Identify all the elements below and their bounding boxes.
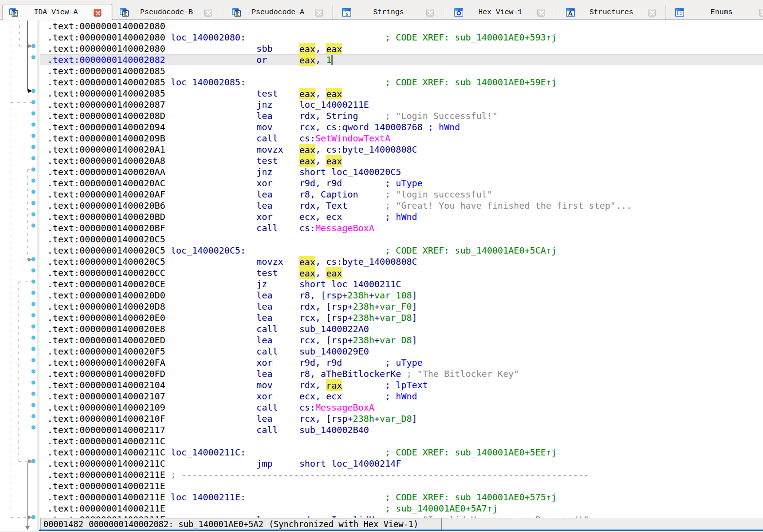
instruction-dot [31,347,35,351]
disassembly-line[interactable]: .text:00000001400020B6 lea rdx, Text ; "… [40,200,763,211]
flow-arrow-jump [19,282,34,461]
tab-close-button[interactable] [537,9,545,17]
instruction-dot [31,44,35,48]
disassembly-line[interactable]: .text:0000000140002080 [40,20,763,32]
disassembly-listing[interactable]: .text:0000000140002080.text:000000014000… [40,20,763,525]
disassembly-line[interactable]: .text:000000014000211C jmp short loc_140… [40,458,763,469]
disassembly-line[interactable]: .text:0000000140002107 xor ecx, ecx ; hW… [40,391,763,402]
disassembly-line[interactable]: .text:00000001400020CE jz short loc_1400… [40,278,763,290]
disassembly-line[interactable]: .text:00000001400020C5 loc_1400020C5: ; … [40,245,763,256]
disassembly-line[interactable]: .text:00000001400020BD xor ecx, ecx ; hW… [40,211,763,222]
instruction-dot [31,89,35,93]
disassembly-line[interactable]: .text:000000014000211C loc_14000211C: ; … [40,447,763,458]
disassembly-line[interactable]: .text:00000001400020C5 [40,234,763,245]
disassembly-view[interactable]: .text:0000000140002080.text:000000014000… [0,20,763,532]
instruction-dot [31,414,35,418]
disassembly-line[interactable]: .text:00000001400020FD lea r8, aTheBitlo… [40,368,763,379]
instruction-dot [31,190,35,194]
disassembly-line[interactable]: .text:00000001400020D8 lea rdx, [rsp+238… [40,301,763,312]
flow-arrowhead [25,526,30,530]
disassembly-line[interactable]: .text:00000001400020A8 test eax, eax [40,155,763,166]
tab-pseudocode-a[interactable]: Pseudocode-A [222,5,333,20]
disassembly-line[interactable]: .text:000000014000211E [40,480,763,492]
structures-view-icon: A [566,8,575,17]
status-address-info: 0000000140002082: sub_140001AE0+5A2 [86,519,266,529]
disassembly-line[interactable]: .text:00000001400020CC test eax, eax [40,267,763,278]
status-bar-background [441,518,763,530]
instruction-dot [31,392,35,395]
tab-close-button[interactable] [426,9,434,17]
instruction-dot [31,111,35,115]
instruction-dot [31,201,35,205]
disassembly-line[interactable]: .text:000000014000211E ; sub_140001AE0+5… [40,503,763,514]
disassembly-line[interactable]: .text:0000000140002087 jnz loc_14000211E [40,99,763,110]
tab-label: Strings [351,8,426,17]
status-tooltip: 00001482 0000000140002082: sub_140001AE0… [40,518,442,530]
disassembly-line[interactable]: .text:0000000140002085 test eax, eax [40,88,763,99]
instruction-dot [31,212,35,216]
disassembly-line[interactable]: .text:00000001400020ED lea rcx, [rsp+238… [40,335,763,346]
view-tab-bar: IDA View-A Pseudocode-B Pseudocode-A ‘ s… [0,0,763,20]
disassembly-line[interactable]: .text:00000001400020E0 lea rcx, [rsp+238… [40,312,763,323]
disassembly-line[interactable]: .text:0000000140002109 call cs:MessageBo… [40,402,763,413]
disassembly-line[interactable]: .text:00000001400020AA jnz short loc_140… [40,166,763,177]
instruction-dot [31,100,35,104]
disassembly-line[interactable]: .text:0000000140002082 or eax, 1 [40,54,763,65]
instruction-dot [31,291,35,295]
disassembly-line[interactable]: .text:0000000140002085 [40,65,763,77]
instruction-dot [31,369,35,373]
tab-close-button[interactable] [204,9,212,17]
enums-view-icon [675,8,684,17]
disassembly-line[interactable]: .text:0000000140002085 loc_140002085: ; … [40,77,763,88]
status-file-offset: 00001482 [41,519,86,529]
disassembly-line[interactable]: .text:0000000140002080 sbb eax, eax [40,43,763,54]
disassembly-line[interactable]: .text:00000001400020FA xor r9d, r9d ; uT… [40,357,763,368]
disassembly-line[interactable]: .text:00000001400020A1 movzx eax, cs:byt… [40,144,763,155]
flow-arrow-jump-target [27,20,28,91]
ida-pro-window: IDA View-A Pseudocode-B Pseudocode-A ‘ s… [0,0,763,532]
tab-close-button[interactable] [315,9,323,17]
instruction-dot [31,156,35,160]
instruction-dot [31,324,35,328]
svg-text:’: ’ [348,10,350,15]
status-sync-state: (Synchronized with Hex View-1) [266,519,421,529]
disassembly-line[interactable]: .text:00000001400020F5 call sub_1400029E… [40,346,763,357]
strings-view-icon: ‘ s ’ [342,8,351,17]
disassembly-line[interactable]: .text:0000000140002104 mov rdx, rax ; lp… [40,379,763,391]
disassembly-line[interactable]: .text:0000000140002080 loc_140002080: ; … [40,32,763,43]
tab-ida-view-a[interactable]: IDA View-A [2,4,112,20]
disassembly-line[interactable]: .text:000000014000211E ; ---------------… [40,469,763,480]
tab-label: Pseudocode-B [129,8,204,17]
tab-close-button[interactable] [759,9,763,17]
code-flow-arrows-margin [0,20,40,532]
tab-strings[interactable]: ‘ s ’ Strings [333,5,444,20]
disassembly-line[interactable]: .text:00000001400020C5 movzx eax, cs:byt… [40,256,763,267]
tab-hex-view-1[interactable]: Hex View-1 [444,5,555,20]
instruction-dot [31,55,35,59]
instruction-dot [31,335,35,339]
disassembly-line[interactable]: .text:00000001400020AF lea r8, Caption ;… [40,189,763,200]
disassembly-line[interactable]: .text:000000014000209B call cs:SetWindow… [40,133,763,144]
disassembly-line[interactable]: .text:00000001400020AC xor r9d, r9d ; uT… [40,177,763,189]
disassembly-line[interactable]: .text:00000001400020BF call cs:MessageBo… [40,222,763,234]
instruction-dot [31,134,35,138]
instruction-dot [31,358,35,362]
flow-arrow-jump-source-and-target [11,20,34,517]
tab-label: Hex View-1 [463,8,537,17]
disassembly-line[interactable]: .text:000000014000208D lea rdx, String ;… [40,110,763,121]
tab-close-button[interactable] [648,9,656,17]
disassembly-line[interactable]: .text:000000014000210F lea rcx, [rsp+238… [40,413,763,424]
tab-close-button[interactable] [94,9,101,17]
disassembly-line[interactable]: .text:000000014000211C [40,435,763,447]
instruction-dot [31,515,35,519]
disassembly-line[interactable]: .text:0000000140002117 call sub_140002B4… [40,424,763,435]
instruction-dot [31,178,35,182]
disassembly-line[interactable]: .text:00000001400020D0 lea r8, [rsp+238h… [40,290,763,301]
tab-enums[interactable]: Enums [666,5,763,20]
disassembly-line[interactable]: .text:000000014000211E loc_14000211E: ; … [40,492,763,503]
disassembly-line[interactable]: .text:00000001400020E8 call sub_1400022A… [40,323,763,335]
disassembly-view-icon [9,8,18,17]
tab-structures[interactable]: A Structures [555,5,666,20]
tab-pseudocode-b[interactable]: Pseudocode-B [112,5,222,20]
disassembly-line[interactable]: .text:0000000140002094 mov rcx, cs:qword… [40,121,763,133]
